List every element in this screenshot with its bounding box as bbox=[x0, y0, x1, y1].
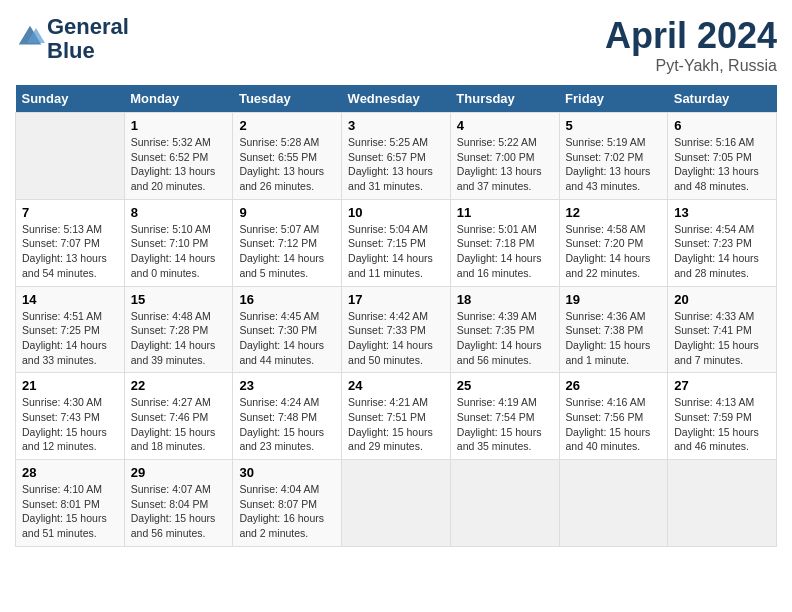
day-number: 28 bbox=[22, 465, 118, 480]
day-number: 10 bbox=[348, 205, 444, 220]
calendar-cell: 20Sunrise: 4:33 AM Sunset: 7:41 PM Dayli… bbox=[668, 286, 777, 373]
day-info: Sunrise: 4:04 AM Sunset: 8:07 PM Dayligh… bbox=[239, 482, 335, 541]
day-number: 12 bbox=[566, 205, 662, 220]
calendar-cell: 22Sunrise: 4:27 AM Sunset: 7:46 PM Dayli… bbox=[124, 373, 233, 460]
day-info: Sunrise: 4:39 AM Sunset: 7:35 PM Dayligh… bbox=[457, 309, 553, 368]
calendar-cell: 12Sunrise: 4:58 AM Sunset: 7:20 PM Dayli… bbox=[559, 199, 668, 286]
day-number: 22 bbox=[131, 378, 227, 393]
main-title: April 2024 bbox=[605, 15, 777, 57]
calendar-cell: 27Sunrise: 4:13 AM Sunset: 7:59 PM Dayli… bbox=[668, 373, 777, 460]
day-number: 16 bbox=[239, 292, 335, 307]
calendar-cell bbox=[668, 460, 777, 547]
day-number: 4 bbox=[457, 118, 553, 133]
calendar-cell: 28Sunrise: 4:10 AM Sunset: 8:01 PM Dayli… bbox=[16, 460, 125, 547]
calendar-cell: 24Sunrise: 4:21 AM Sunset: 7:51 PM Dayli… bbox=[342, 373, 451, 460]
day-info: Sunrise: 5:19 AM Sunset: 7:02 PM Dayligh… bbox=[566, 135, 662, 194]
day-info: Sunrise: 5:01 AM Sunset: 7:18 PM Dayligh… bbox=[457, 222, 553, 281]
calendar-cell: 7Sunrise: 5:13 AM Sunset: 7:07 PM Daylig… bbox=[16, 199, 125, 286]
header-row: SundayMondayTuesdayWednesdayThursdayFrid… bbox=[16, 85, 777, 113]
calendar-cell: 6Sunrise: 5:16 AM Sunset: 7:05 PM Daylig… bbox=[668, 113, 777, 200]
day-info: Sunrise: 4:07 AM Sunset: 8:04 PM Dayligh… bbox=[131, 482, 227, 541]
calendar-cell: 8Sunrise: 5:10 AM Sunset: 7:10 PM Daylig… bbox=[124, 199, 233, 286]
calendar-cell bbox=[16, 113, 125, 200]
calendar-cell: 21Sunrise: 4:30 AM Sunset: 7:43 PM Dayli… bbox=[16, 373, 125, 460]
column-header-wednesday: Wednesday bbox=[342, 85, 451, 113]
column-header-sunday: Sunday bbox=[16, 85, 125, 113]
calendar-cell: 11Sunrise: 5:01 AM Sunset: 7:18 PM Dayli… bbox=[450, 199, 559, 286]
calendar-cell: 30Sunrise: 4:04 AM Sunset: 8:07 PM Dayli… bbox=[233, 460, 342, 547]
calendar-cell: 16Sunrise: 4:45 AM Sunset: 7:30 PM Dayli… bbox=[233, 286, 342, 373]
day-number: 29 bbox=[131, 465, 227, 480]
calendar-cell: 5Sunrise: 5:19 AM Sunset: 7:02 PM Daylig… bbox=[559, 113, 668, 200]
day-number: 26 bbox=[566, 378, 662, 393]
day-info: Sunrise: 5:04 AM Sunset: 7:15 PM Dayligh… bbox=[348, 222, 444, 281]
calendar-cell: 18Sunrise: 4:39 AM Sunset: 7:35 PM Dayli… bbox=[450, 286, 559, 373]
week-row-3: 14Sunrise: 4:51 AM Sunset: 7:25 PM Dayli… bbox=[16, 286, 777, 373]
day-number: 15 bbox=[131, 292, 227, 307]
week-row-2: 7Sunrise: 5:13 AM Sunset: 7:07 PM Daylig… bbox=[16, 199, 777, 286]
day-number: 20 bbox=[674, 292, 770, 307]
day-info: Sunrise: 4:10 AM Sunset: 8:01 PM Dayligh… bbox=[22, 482, 118, 541]
title-block: April 2024 Pyt-Yakh, Russia bbox=[605, 15, 777, 75]
day-number: 18 bbox=[457, 292, 553, 307]
day-info: Sunrise: 5:13 AM Sunset: 7:07 PM Dayligh… bbox=[22, 222, 118, 281]
day-info: Sunrise: 4:24 AM Sunset: 7:48 PM Dayligh… bbox=[239, 395, 335, 454]
day-number: 14 bbox=[22, 292, 118, 307]
day-info: Sunrise: 5:28 AM Sunset: 6:55 PM Dayligh… bbox=[239, 135, 335, 194]
day-info: Sunrise: 4:45 AM Sunset: 7:30 PM Dayligh… bbox=[239, 309, 335, 368]
calendar-table: SundayMondayTuesdayWednesdayThursdayFrid… bbox=[15, 85, 777, 547]
day-info: Sunrise: 4:51 AM Sunset: 7:25 PM Dayligh… bbox=[22, 309, 118, 368]
calendar-cell: 26Sunrise: 4:16 AM Sunset: 7:56 PM Dayli… bbox=[559, 373, 668, 460]
calendar-cell: 14Sunrise: 4:51 AM Sunset: 7:25 PM Dayli… bbox=[16, 286, 125, 373]
calendar-cell: 15Sunrise: 4:48 AM Sunset: 7:28 PM Dayli… bbox=[124, 286, 233, 373]
day-number: 21 bbox=[22, 378, 118, 393]
day-number: 3 bbox=[348, 118, 444, 133]
day-info: Sunrise: 4:48 AM Sunset: 7:28 PM Dayligh… bbox=[131, 309, 227, 368]
day-number: 24 bbox=[348, 378, 444, 393]
day-info: Sunrise: 5:25 AM Sunset: 6:57 PM Dayligh… bbox=[348, 135, 444, 194]
calendar-cell bbox=[450, 460, 559, 547]
calendar-cell: 10Sunrise: 5:04 AM Sunset: 7:15 PM Dayli… bbox=[342, 199, 451, 286]
day-info: Sunrise: 4:13 AM Sunset: 7:59 PM Dayligh… bbox=[674, 395, 770, 454]
calendar-cell bbox=[559, 460, 668, 547]
week-row-4: 21Sunrise: 4:30 AM Sunset: 7:43 PM Dayli… bbox=[16, 373, 777, 460]
day-number: 2 bbox=[239, 118, 335, 133]
day-info: Sunrise: 5:32 AM Sunset: 6:52 PM Dayligh… bbox=[131, 135, 227, 194]
day-info: Sunrise: 4:30 AM Sunset: 7:43 PM Dayligh… bbox=[22, 395, 118, 454]
calendar-cell: 13Sunrise: 4:54 AM Sunset: 7:23 PM Dayli… bbox=[668, 199, 777, 286]
day-number: 9 bbox=[239, 205, 335, 220]
day-info: Sunrise: 4:19 AM Sunset: 7:54 PM Dayligh… bbox=[457, 395, 553, 454]
day-info: Sunrise: 4:16 AM Sunset: 7:56 PM Dayligh… bbox=[566, 395, 662, 454]
day-info: Sunrise: 5:22 AM Sunset: 7:00 PM Dayligh… bbox=[457, 135, 553, 194]
week-row-5: 28Sunrise: 4:10 AM Sunset: 8:01 PM Dayli… bbox=[16, 460, 777, 547]
day-number: 30 bbox=[239, 465, 335, 480]
day-number: 13 bbox=[674, 205, 770, 220]
day-info: Sunrise: 4:42 AM Sunset: 7:33 PM Dayligh… bbox=[348, 309, 444, 368]
day-number: 27 bbox=[674, 378, 770, 393]
day-number: 17 bbox=[348, 292, 444, 307]
calendar-cell: 25Sunrise: 4:19 AM Sunset: 7:54 PM Dayli… bbox=[450, 373, 559, 460]
day-info: Sunrise: 5:16 AM Sunset: 7:05 PM Dayligh… bbox=[674, 135, 770, 194]
column-header-friday: Friday bbox=[559, 85, 668, 113]
column-header-tuesday: Tuesday bbox=[233, 85, 342, 113]
logo: General Blue bbox=[15, 15, 129, 63]
day-number: 23 bbox=[239, 378, 335, 393]
day-number: 11 bbox=[457, 205, 553, 220]
logo-text: General Blue bbox=[47, 15, 129, 63]
page-header: General Blue April 2024 Pyt-Yakh, Russia bbox=[15, 15, 777, 75]
day-number: 6 bbox=[674, 118, 770, 133]
logo-icon bbox=[15, 22, 45, 52]
day-number: 25 bbox=[457, 378, 553, 393]
day-info: Sunrise: 4:21 AM Sunset: 7:51 PM Dayligh… bbox=[348, 395, 444, 454]
column-header-monday: Monday bbox=[124, 85, 233, 113]
calendar-cell: 23Sunrise: 4:24 AM Sunset: 7:48 PM Dayli… bbox=[233, 373, 342, 460]
calendar-cell: 1Sunrise: 5:32 AM Sunset: 6:52 PM Daylig… bbox=[124, 113, 233, 200]
day-number: 19 bbox=[566, 292, 662, 307]
calendar-cell: 4Sunrise: 5:22 AM Sunset: 7:00 PM Daylig… bbox=[450, 113, 559, 200]
column-header-saturday: Saturday bbox=[668, 85, 777, 113]
day-number: 1 bbox=[131, 118, 227, 133]
day-info: Sunrise: 4:58 AM Sunset: 7:20 PM Dayligh… bbox=[566, 222, 662, 281]
calendar-cell: 19Sunrise: 4:36 AM Sunset: 7:38 PM Dayli… bbox=[559, 286, 668, 373]
day-info: Sunrise: 4:36 AM Sunset: 7:38 PM Dayligh… bbox=[566, 309, 662, 368]
day-info: Sunrise: 5:10 AM Sunset: 7:10 PM Dayligh… bbox=[131, 222, 227, 281]
